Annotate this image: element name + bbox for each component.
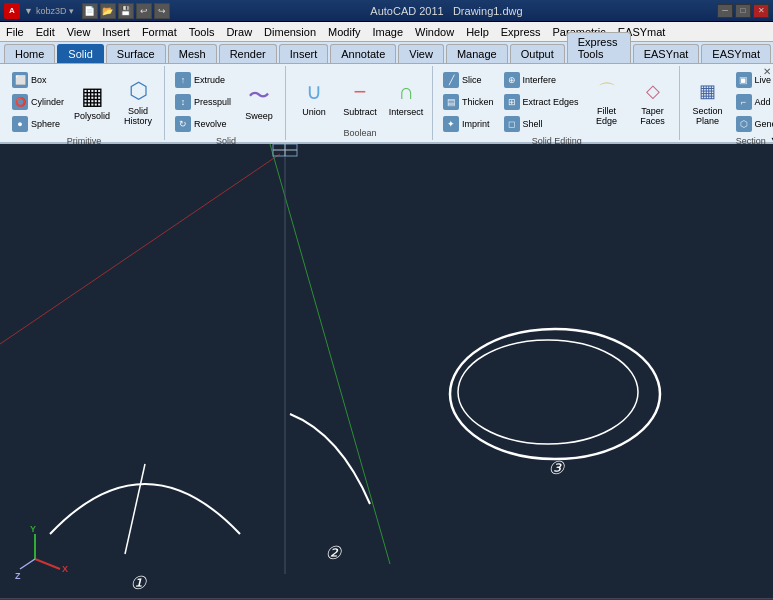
sphere-button[interactable]: ● Sphere	[8, 114, 68, 134]
imprint-button[interactable]: ✦ Imprint	[439, 114, 498, 134]
fillet-edge-button[interactable]: ⌒ Fillet Edge	[585, 72, 629, 130]
shell-button[interactable]: ◻ Shell	[500, 114, 583, 134]
presspull-icon: ↕	[175, 94, 191, 110]
polysolid-button[interactable]: ▦ Polysolid	[70, 77, 114, 125]
interfere-button[interactable]: ⊕ Interfere	[500, 70, 583, 90]
ribbon-group-section: ▦ SectionPlane ▣ Live Section ⌐ Add Jog …	[682, 66, 773, 140]
slice-label: Slice	[462, 75, 482, 85]
subtract-button[interactable]: − Subtract	[338, 73, 382, 121]
tab-easymat2[interactable]: EASYmat	[701, 44, 771, 63]
section-plane-button[interactable]: ▦ SectionPlane	[686, 72, 730, 130]
menu-view[interactable]: View	[61, 22, 97, 41]
revolve-button[interactable]: ↻ Revolve	[171, 114, 235, 134]
ribbon-group-boolean: ∪ Union − Subtract ∩ Intersect Boolean	[288, 66, 433, 140]
tab-output[interactable]: Output	[510, 44, 565, 63]
interfere-icon: ⊕	[504, 72, 520, 88]
intersect-icon: ∩	[390, 76, 422, 108]
generate-section-button[interactable]: ⬡ Generate Section	[732, 114, 773, 134]
add-jog-label: Add Jog	[755, 97, 773, 107]
section-col: ▣ Live Section ⌐ Add Jog ⬡ Generate Sect…	[732, 68, 773, 134]
undo-icon[interactable]: ↩	[136, 3, 152, 19]
ribbon-collapse-button[interactable]: ✕	[763, 66, 771, 77]
add-jog-button[interactable]: ⌐ Add Jog	[732, 92, 773, 112]
cylinder-button[interactable]: ⭕ Cylinder	[8, 92, 68, 112]
title-bar: A ▼ kobz3D ▾ 📄 📂 💾 ↩ ↪ AutoCAD 2011 Draw…	[0, 0, 773, 22]
cylinder-icon: ⭕	[12, 94, 28, 110]
menu-edit[interactable]: Edit	[30, 22, 61, 41]
union-label: Union	[302, 108, 326, 118]
presspull-button[interactable]: ↕ Presspull	[171, 92, 235, 112]
fillet-edge-label: Fillet Edge	[588, 107, 626, 127]
revolve-label: Revolve	[194, 119, 227, 129]
tab-view[interactable]: View	[398, 44, 444, 63]
solid-editing-tools: ╱ Slice ▤ Thicken ✦ Imprint ⊕ Interfere	[439, 68, 675, 134]
menu-help[interactable]: Help	[460, 22, 495, 41]
live-section-icon: ▣	[736, 72, 752, 88]
shell-icon: ◻	[504, 116, 520, 132]
tab-render[interactable]: Render	[219, 44, 277, 63]
extrude-button[interactable]: ↑ Extrude	[171, 70, 235, 90]
presspull-label: Presspull	[194, 97, 231, 107]
sweep-button[interactable]: 〜 Sweep	[237, 77, 281, 125]
polysolid-icon: ▦	[76, 80, 108, 112]
viewport[interactable]: ① ② ③ X Y Z	[0, 144, 773, 598]
open-icon[interactable]: 📂	[100, 3, 116, 19]
slice-button[interactable]: ╱ Slice	[439, 70, 498, 90]
tab-mesh[interactable]: Mesh	[168, 44, 217, 63]
title-bar-dropdown[interactable]: ▼	[24, 6, 33, 16]
minimize-button[interactable]: ─	[717, 4, 733, 18]
extract-edges-icon: ⊞	[504, 94, 520, 110]
tab-home[interactable]: Home	[4, 44, 55, 63]
menu-modify[interactable]: Modify	[322, 22, 366, 41]
tab-insert[interactable]: Insert	[279, 44, 329, 63]
solid-history-button[interactable]: ⬡ Solid History	[116, 72, 160, 130]
thicken-button[interactable]: ▤ Thicken	[439, 92, 498, 112]
menu-window[interactable]: Window	[409, 22, 460, 41]
tab-surface[interactable]: Surface	[106, 44, 166, 63]
union-button[interactable]: ∪ Union	[292, 73, 336, 121]
save-icon[interactable]: 💾	[118, 3, 134, 19]
svg-text:Y: Y	[30, 524, 36, 534]
intersect-button[interactable]: ∩ Intersect	[384, 73, 428, 121]
extract-edges-button[interactable]: ⊞ Extract Edges	[500, 92, 583, 112]
menu-file[interactable]: File	[0, 22, 30, 41]
extrude-icon: ↑	[175, 72, 191, 88]
section-plane-icon: ▦	[692, 75, 724, 107]
tab-easynat[interactable]: EASYnat	[633, 44, 700, 63]
menu-draw[interactable]: Draw	[220, 22, 258, 41]
svg-text:②: ②	[325, 543, 342, 563]
ribbon: ⬜ Box ⭕ Cylinder ● Sphere ▦ Polysolid ⬡	[0, 64, 773, 144]
tab-manage[interactable]: Manage	[446, 44, 508, 63]
new-icon[interactable]: 📄	[82, 3, 98, 19]
tab-annotate[interactable]: Annotate	[330, 44, 396, 63]
tab-express-tools[interactable]: Express Tools	[567, 32, 631, 63]
menu-bar: File Edit View Insert Format Tools Draw …	[0, 22, 773, 42]
close-button[interactable]: ✕	[753, 4, 769, 18]
taper-faces-icon: ◇	[637, 75, 669, 107]
svg-text:①: ①	[130, 573, 147, 593]
solid-history-icon: ⬡	[122, 75, 154, 107]
intersect-label: Intersect	[389, 108, 424, 118]
generate-section-label: Generate Section	[755, 119, 773, 129]
maximize-button[interactable]: □	[735, 4, 751, 18]
menu-express[interactable]: Express	[495, 22, 547, 41]
redo-icon[interactable]: ↪	[154, 3, 170, 19]
svg-text:X: X	[62, 564, 68, 574]
menu-format[interactable]: Format	[136, 22, 183, 41]
shell-label: Shell	[523, 119, 543, 129]
imprint-label: Imprint	[462, 119, 490, 129]
thicken-label: Thicken	[462, 97, 494, 107]
taper-faces-label: Taper Faces	[634, 107, 672, 127]
title-quick-access[interactable]: kobz3D ▾	[36, 6, 74, 16]
cylinder-label: Cylinder	[31, 97, 64, 107]
fillet-edge-icon: ⌒	[591, 75, 623, 107]
tab-solid[interactable]: Solid	[57, 44, 103, 63]
menu-tools[interactable]: Tools	[183, 22, 221, 41]
menu-dimension[interactable]: Dimension	[258, 22, 322, 41]
box-button[interactable]: ⬜ Box	[8, 70, 68, 90]
ribbon-group-solid: ↑ Extrude ↕ Presspull ↻ Revolve 〜 Sweep …	[167, 66, 286, 140]
menu-insert[interactable]: Insert	[96, 22, 136, 41]
box-icon: ⬜	[12, 72, 28, 88]
menu-image[interactable]: Image	[366, 22, 409, 41]
taper-faces-button[interactable]: ◇ Taper Faces	[631, 72, 675, 130]
